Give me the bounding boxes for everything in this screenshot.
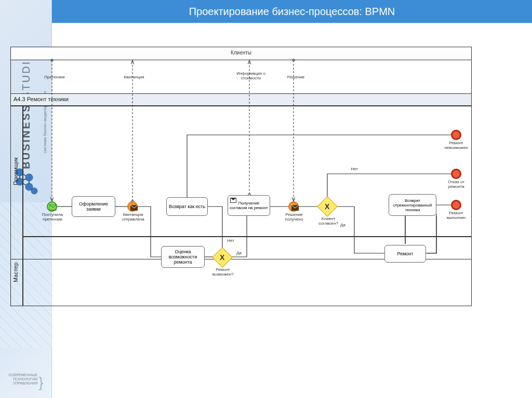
msgflow-claim-label: Претензия	[39, 75, 70, 80]
envelope-icon	[130, 205, 138, 211]
start-event	[47, 201, 57, 212]
msgflow-receipt-label: Квитанция	[118, 75, 150, 80]
envelope-icon	[291, 205, 299, 211]
decision-received-label: Решение получено	[278, 213, 310, 222]
end-refused	[451, 169, 461, 179]
branch-g1-yes: Да	[234, 251, 244, 256]
task-get-consent: Получение согласия на ремонт	[228, 195, 270, 216]
envelope-icon	[49, 204, 57, 211]
end-done	[451, 200, 461, 210]
task-return-repaired: Возврат отремонтированной техники	[389, 194, 436, 216]
msgflow-decision-label: Решение	[282, 75, 310, 80]
end-done-label: Ремонт выполнен	[441, 211, 472, 221]
end-impossible-label: Ремонт невозможен	[441, 141, 472, 150]
message-icon	[230, 198, 236, 203]
msgflow-costinfo-label: Информация о стоимости	[233, 72, 269, 81]
page-title: Проектирование бизнес-процессов: BPMN	[52, 0, 532, 23]
branch-g1-no: Нет	[224, 239, 237, 243]
start-event-label: Поступила претензия	[37, 213, 68, 222]
flows	[10, 47, 472, 317]
end-refused-label: Отказ от ремонта	[441, 180, 472, 189]
end-impossible	[451, 130, 461, 140]
gateway-repair-possible-label: Ремонт возможен?	[208, 268, 238, 277]
branch-g2-yes: Да	[338, 223, 348, 228]
branch-g2-no: Нет	[348, 167, 361, 172]
bpmn-diagram: Клиенты A4.3 Ремонт техники Приемщик Мас…	[10, 47, 472, 317]
task-repair: Ремонт	[384, 245, 426, 263]
receipt-sent-label: Квитанция отправлена	[117, 213, 149, 222]
receipt-sent-event	[127, 201, 138, 212]
decision-received-event	[288, 201, 299, 212]
sidebar-footer: СОВРЕМЕННЫЕ ТЕХНОЛОГИИ УПРАВЛЕНИЯ }	[0, 373, 52, 392]
task-assess: Оценка возможности ремонта	[161, 246, 205, 268]
task-register: Оформление заявки	[72, 196, 115, 217]
task-return-asis: Возврат как есть	[166, 197, 208, 216]
